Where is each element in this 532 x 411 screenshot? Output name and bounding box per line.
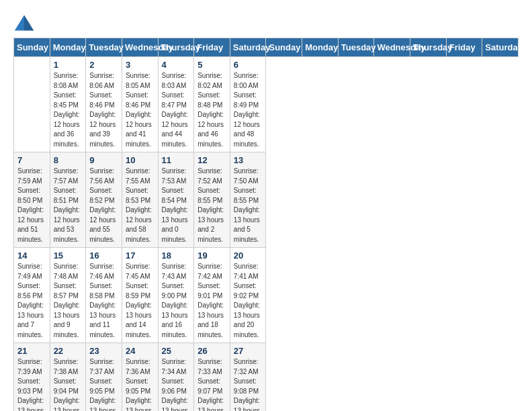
calendar-cell: 13Sunrise: 7:50 AM Sunset: 8:55 PM Dayli…: [230, 152, 266, 248]
calendar-cell: 9Sunrise: 7:56 AM Sunset: 8:52 PM Daylig…: [86, 152, 122, 248]
day-header-saturday: Saturday: [482, 38, 519, 57]
calendar-cell: 18Sunrise: 7:43 AM Sunset: 9:00 PM Dayli…: [158, 248, 194, 343]
day-info: Sunrise: 8:00 AM Sunset: 8:49 PM Dayligh…: [234, 71, 263, 149]
day-info: Sunrise: 7:36 AM Sunset: 9:05 PM Dayligh…: [126, 357, 154, 411]
day-info: Sunrise: 8:02 AM Sunset: 8:48 PM Dayligh…: [197, 71, 226, 149]
day-info: Sunrise: 7:50 AM Sunset: 8:55 PM Dayligh…: [234, 167, 263, 244]
calendar-cell: 27Sunrise: 7:32 AM Sunset: 9:08 PM Dayli…: [230, 343, 266, 412]
day-number: 21: [17, 346, 46, 356]
day-info: Sunrise: 7:41 AM Sunset: 9:02 PM Dayligh…: [234, 262, 263, 340]
day-info: Sunrise: 7:45 AM Sunset: 8:59 PM Dayligh…: [126, 262, 154, 340]
day-info: Sunrise: 7:46 AM Sunset: 8:58 PM Dayligh…: [89, 262, 118, 340]
day-number: 6: [234, 60, 263, 70]
day-info: Sunrise: 7:49 AM Sunset: 8:56 PM Dayligh…: [17, 262, 46, 340]
day-info: Sunrise: 7:52 AM Sunset: 8:55 PM Dayligh…: [197, 167, 226, 244]
calendar-week-row: 7Sunrise: 7:59 AM Sunset: 8:50 PM Daylig…: [14, 152, 519, 248]
day-info: Sunrise: 8:05 AM Sunset: 8:46 PM Dayligh…: [126, 71, 154, 149]
day-number: 5: [197, 60, 226, 70]
calendar-cell: 19Sunrise: 7:42 AM Sunset: 9:01 PM Dayli…: [194, 248, 230, 343]
day-number: 2: [89, 60, 118, 70]
day-info: Sunrise: 7:57 AM Sunset: 8:51 PM Dayligh…: [54, 167, 83, 244]
logo-icon: [13, 13, 35, 32]
day-info: Sunrise: 7:34 AM Sunset: 9:06 PM Dayligh…: [162, 357, 191, 411]
day-header-wednesday: Wednesday: [122, 38, 158, 57]
calendar-cell: 23Sunrise: 7:37 AM Sunset: 9:05 PM Dayli…: [86, 343, 122, 412]
calendar-table: SundayMondayTuesdayWednesdayThursdayFrid…: [13, 38, 519, 411]
calendar-cell: 8Sunrise: 7:57 AM Sunset: 8:51 PM Daylig…: [50, 152, 86, 248]
day-number: 14: [17, 250, 46, 261]
day-info: Sunrise: 7:38 AM Sunset: 9:04 PM Dayligh…: [54, 357, 83, 411]
logo: [13, 13, 38, 32]
day-info: Sunrise: 7:43 AM Sunset: 9:00 PM Dayligh…: [162, 262, 191, 340]
day-info: Sunrise: 7:39 AM Sunset: 9:03 PM Dayligh…: [17, 357, 46, 411]
day-number: 11: [162, 155, 191, 165]
calendar-cell: 17Sunrise: 7:45 AM Sunset: 8:59 PM Dayli…: [122, 248, 158, 343]
day-info: Sunrise: 8:08 AM Sunset: 8:45 PM Dayligh…: [54, 71, 83, 149]
svg-marker-1: [24, 15, 34, 30]
calendar-week-row: 21Sunrise: 7:39 AM Sunset: 9:03 PM Dayli…: [14, 343, 519, 412]
day-info: Sunrise: 7:33 AM Sunset: 9:07 PM Dayligh…: [197, 357, 226, 411]
calendar-cell: 15Sunrise: 7:48 AM Sunset: 8:57 PM Dayli…: [50, 248, 86, 343]
day-header-friday: Friday: [194, 38, 230, 57]
calendar-cell: 7Sunrise: 7:59 AM Sunset: 8:50 PM Daylig…: [14, 152, 50, 248]
day-number: 7: [17, 155, 46, 165]
day-number: 20: [234, 250, 263, 261]
calendar-cell: 25Sunrise: 7:34 AM Sunset: 9:06 PM Dayli…: [158, 343, 194, 412]
day-header-monday: Monday: [302, 38, 339, 57]
day-number: 4: [162, 60, 191, 70]
calendar-cell: 6Sunrise: 8:00 AM Sunset: 8:49 PM Daylig…: [230, 57, 266, 152]
day-header-monday: Monday: [50, 38, 86, 57]
day-header-thursday: Thursday: [158, 38, 194, 57]
calendar-cell: 21Sunrise: 7:39 AM Sunset: 9:03 PM Dayli…: [14, 343, 50, 412]
calendar-cell: 2Sunrise: 8:06 AM Sunset: 8:46 PM Daylig…: [86, 57, 122, 152]
day-info: Sunrise: 8:06 AM Sunset: 8:46 PM Dayligh…: [89, 71, 118, 149]
day-info: Sunrise: 7:59 AM Sunset: 8:50 PM Dayligh…: [17, 167, 46, 244]
day-number: 10: [126, 155, 154, 165]
calendar-week-row: 14Sunrise: 7:49 AM Sunset: 8:56 PM Dayli…: [14, 248, 519, 343]
day-header-wednesday: Wednesday: [374, 38, 410, 57]
day-info: Sunrise: 7:53 AM Sunset: 8:54 PM Dayligh…: [162, 167, 191, 244]
day-number: 1: [54, 60, 83, 70]
day-number: 12: [197, 155, 226, 165]
day-number: 22: [54, 346, 83, 356]
calendar-week-row: 1Sunrise: 8:08 AM Sunset: 8:45 PM Daylig…: [14, 57, 519, 152]
day-info: Sunrise: 7:32 AM Sunset: 9:08 PM Dayligh…: [234, 357, 263, 411]
calendar-cell: 4Sunrise: 8:03 AM Sunset: 8:47 PM Daylig…: [158, 57, 194, 152]
day-number: 19: [197, 250, 226, 261]
day-number: 17: [126, 250, 154, 261]
day-header-tuesday: Tuesday: [86, 38, 122, 57]
day-header-thursday: Thursday: [410, 38, 447, 57]
day-header-sunday: Sunday: [266, 38, 302, 57]
day-number: 24: [126, 346, 154, 356]
calendar-cell: 16Sunrise: 7:46 AM Sunset: 8:58 PM Dayli…: [86, 248, 122, 343]
day-info: Sunrise: 7:37 AM Sunset: 9:05 PM Dayligh…: [89, 357, 118, 411]
calendar-cell: 12Sunrise: 7:52 AM Sunset: 8:55 PM Dayli…: [194, 152, 230, 248]
calendar-cell: 14Sunrise: 7:49 AM Sunset: 8:56 PM Dayli…: [14, 248, 50, 343]
day-info: Sunrise: 7:48 AM Sunset: 8:57 PM Dayligh…: [54, 262, 83, 340]
day-info: Sunrise: 7:56 AM Sunset: 8:52 PM Dayligh…: [89, 167, 118, 244]
day-number: 23: [89, 346, 118, 356]
calendar-cell: 10Sunrise: 7:55 AM Sunset: 8:53 PM Dayli…: [122, 152, 158, 248]
day-number: 25: [162, 346, 191, 356]
calendar-cell: 26Sunrise: 7:33 AM Sunset: 9:07 PM Dayli…: [194, 343, 230, 412]
day-header-sunday: Sunday: [14, 38, 50, 57]
calendar-cell: 24Sunrise: 7:36 AM Sunset: 9:05 PM Dayli…: [122, 343, 158, 412]
calendar-cell: 11Sunrise: 7:53 AM Sunset: 8:54 PM Dayli…: [158, 152, 194, 248]
calendar-cell: 22Sunrise: 7:38 AM Sunset: 9:04 PM Dayli…: [50, 343, 86, 412]
day-number: 15: [54, 250, 83, 261]
day-number: 9: [89, 155, 118, 165]
day-info: Sunrise: 7:55 AM Sunset: 8:53 PM Dayligh…: [126, 167, 154, 244]
day-number: 16: [89, 250, 118, 261]
calendar-cell: [14, 57, 50, 152]
calendar-cell: 5Sunrise: 8:02 AM Sunset: 8:48 PM Daylig…: [194, 57, 230, 152]
calendar-header-row: SundayMondayTuesdayWednesdayThursdayFrid…: [14, 38, 519, 57]
day-number: 8: [54, 155, 83, 165]
day-info: Sunrise: 7:42 AM Sunset: 9:01 PM Dayligh…: [197, 262, 226, 340]
day-info: Sunrise: 8:03 AM Sunset: 8:47 PM Dayligh…: [162, 71, 191, 149]
day-number: 18: [162, 250, 191, 261]
calendar-cell: 1Sunrise: 8:08 AM Sunset: 8:45 PM Daylig…: [50, 57, 86, 152]
day-header-saturday: Saturday: [230, 38, 266, 57]
day-number: 26: [197, 346, 226, 356]
day-number: 27: [234, 346, 263, 356]
page-header: [13, 13, 519, 32]
